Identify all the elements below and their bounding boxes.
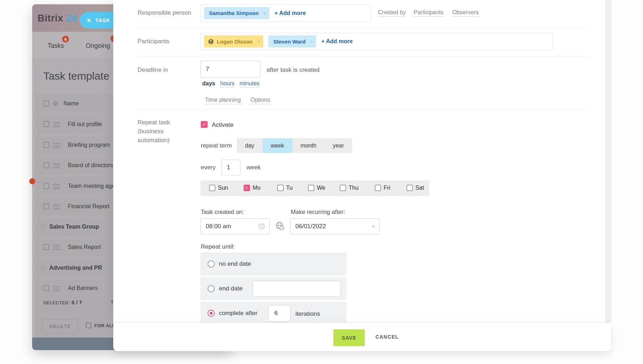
- drag-handle-icon[interactable]: [53, 245, 60, 251]
- weekday-checkbox[interactable]: [407, 185, 413, 191]
- row-checkbox[interactable]: [43, 183, 49, 189]
- collapse-group-icon[interactable]: [40, 224, 46, 230]
- clock-icon[interactable]: [258, 223, 265, 230]
- timezone-icon[interactable]: [275, 221, 285, 231]
- collapse-group-icon[interactable]: [40, 265, 46, 271]
- participant-tag[interactable]: Steven Ward ×: [268, 35, 316, 48]
- row-checkbox[interactable]: [43, 244, 49, 250]
- unit-minutes[interactable]: minutes: [240, 80, 260, 88]
- tab-day[interactable]: day: [237, 138, 263, 153]
- task-created-time-input[interactable]: 08:00 am: [200, 218, 270, 234]
- activate-checkbox[interactable]: [201, 121, 208, 128]
- row-checkbox[interactable]: [43, 162, 49, 168]
- recurring-date-input[interactable]: 06/01/2022 ×: [290, 218, 380, 234]
- repeat-task-label-3: automation): [138, 137, 170, 144]
- weekday-we[interactable]: We: [308, 185, 325, 191]
- radio-unchecked[interactable]: [208, 285, 215, 292]
- unit-days[interactable]: days: [202, 80, 215, 87]
- responsible-tag[interactable]: Samantha Simpson ×: [204, 7, 269, 19]
- weekday-fri[interactable]: Fri: [375, 185, 390, 191]
- add-responsible-link[interactable]: + Add more: [274, 10, 306, 16]
- options-link[interactable]: Options: [250, 97, 270, 104]
- date-value: 06/01/2022: [295, 223, 326, 230]
- menu-item-tasks[interactable]: Tasks: [48, 42, 64, 50]
- created-by-link[interactable]: Created by: [378, 9, 406, 17]
- row-checkbox[interactable]: [43, 203, 49, 209]
- select-all-checkbox[interactable]: [43, 100, 49, 106]
- weekday-selector: Sun Mo Tu We Thu Fri Sat: [200, 180, 429, 196]
- participant-tag-name: Steven Ward: [273, 39, 305, 45]
- weekday-label: We: [317, 185, 325, 191]
- for-all-checkbox[interactable]: [86, 323, 91, 328]
- tab-month[interactable]: month: [292, 138, 324, 153]
- tasks-badge: 6: [62, 36, 69, 43]
- responsible-tag-name: Samantha Simpson: [209, 10, 259, 16]
- participant-tag-name: Logan Olsson: [217, 39, 253, 45]
- weekday-checkbox[interactable]: [340, 185, 346, 191]
- weekday-thu[interactable]: Thu: [340, 185, 359, 191]
- row-label: Financial Report: [68, 203, 110, 210]
- gear-icon[interactable]: [52, 100, 59, 107]
- end-date-input[interactable]: [253, 281, 340, 297]
- delete-button[interactable]: DELETE: [42, 319, 78, 334]
- drag-handle-icon[interactable]: [53, 286, 60, 292]
- weekday-checkbox[interactable]: [277, 185, 284, 191]
- radio-checked[interactable]: [208, 310, 215, 317]
- until-option-end-date[interactable]: end date: [200, 277, 347, 300]
- drag-handle-icon[interactable]: [53, 204, 60, 210]
- add-participant-link[interactable]: + Add more: [321, 38, 353, 45]
- row-checkbox[interactable]: [43, 121, 49, 127]
- row-checkbox[interactable]: [43, 285, 49, 291]
- drag-handle-icon[interactable]: [53, 122, 60, 128]
- iterations-input[interactable]: 6: [268, 305, 290, 321]
- group-label: Advertising and PR: [49, 265, 102, 271]
- time-planning-link[interactable]: Time planning: [205, 97, 241, 104]
- observers-link[interactable]: Observers: [452, 9, 479, 17]
- deadline-input[interactable]: 7: [200, 61, 260, 78]
- time-value: 08:00 am: [206, 223, 231, 230]
- participants-link[interactable]: Participants: [414, 9, 444, 17]
- cancel-button[interactable]: CANCEL: [375, 334, 399, 340]
- until-option-label: no end date: [219, 260, 251, 268]
- remove-tag-icon[interactable]: ×: [310, 39, 313, 44]
- modal-right-gutter: [605, 0, 612, 323]
- weekday-checkbox[interactable]: [375, 185, 381, 191]
- participant-tag-extranet[interactable]: Logan Olsson ×: [204, 35, 263, 48]
- every-input[interactable]: 1: [221, 160, 240, 175]
- save-button[interactable]: SAVE: [333, 329, 365, 346]
- divider: [138, 56, 589, 57]
- until-option-no-end-date[interactable]: no end date: [200, 253, 347, 275]
- remove-tag-icon[interactable]: ×: [257, 39, 260, 44]
- weekday-checkbox[interactable]: [209, 185, 215, 191]
- responsible-person-field[interactable]: Samantha Simpson × + Add more: [200, 4, 371, 22]
- row-checkbox[interactable]: [43, 142, 49, 148]
- bitrix24-logo: Bitrix 24: [38, 13, 77, 24]
- radio-unchecked[interactable]: [208, 260, 215, 268]
- menu-item-ongoing[interactable]: Ongoing: [86, 42, 110, 50]
- drag-handle-icon[interactable]: [53, 143, 60, 149]
- close-icon[interactable]: ×: [87, 17, 91, 24]
- clear-date-icon[interactable]: ×: [372, 223, 375, 230]
- drag-handle-icon[interactable]: [53, 184, 60, 190]
- tab-year[interactable]: year: [325, 138, 352, 153]
- weekday-checkbox-checked[interactable]: [244, 185, 250, 191]
- weekday-label: Tu: [286, 185, 293, 191]
- selected-counter: SELECTED:0 / 7: [43, 300, 82, 305]
- weekday-label: Thu: [349, 185, 359, 191]
- row-label: Board of directors: [68, 162, 113, 169]
- weekday-sat[interactable]: Sat: [407, 185, 424, 191]
- unit-hours[interactable]: hours: [220, 80, 234, 88]
- weekday-checkbox[interactable]: [308, 185, 314, 191]
- notification-dot: [29, 178, 35, 184]
- tab-week[interactable]: week: [263, 138, 292, 153]
- every-unit-label: week: [246, 164, 261, 171]
- remove-tag-icon[interactable]: ×: [264, 10, 266, 16]
- until-option-complete-after[interactable]: complete after 6 iterations: [200, 302, 347, 325]
- weekday-tu[interactable]: Tu: [277, 185, 293, 191]
- participants-field[interactable]: Logan Olsson × Steven Ward × + Add more: [200, 33, 553, 50]
- drag-handle-icon[interactable]: [53, 163, 60, 169]
- globe-icon: [208, 39, 214, 45]
- weekday-sun[interactable]: Sun: [209, 185, 228, 191]
- repeat-term-tabs: day week month year: [237, 138, 352, 153]
- weekday-mo[interactable]: Mo: [244, 185, 260, 191]
